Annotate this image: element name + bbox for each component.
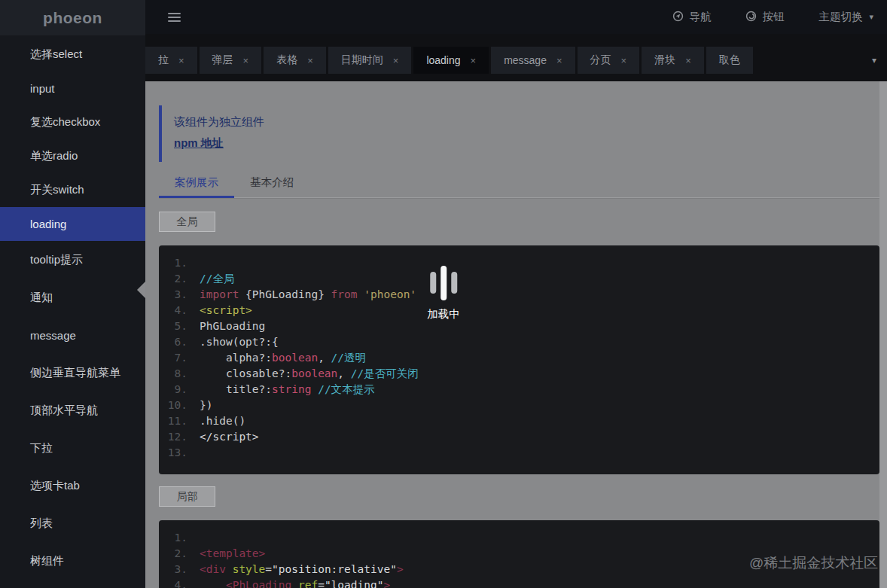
open-tab-label: 弹层 bbox=[212, 53, 233, 67]
code-block-global: 1.2.//全局3.import {PhGLoading} from 'phoe… bbox=[159, 245, 879, 474]
sidebar-item-8[interactable]: message bbox=[0, 316, 145, 354]
line-number: 9. bbox=[159, 382, 200, 398]
sidebar-item-label: 顶部水平导航 bbox=[30, 404, 98, 418]
loading-overlay: 加载中 bbox=[427, 265, 460, 321]
open-tab-3[interactable]: 日期时间× bbox=[328, 47, 412, 74]
sidebar-item-9[interactable]: 侧边垂直导航菜单 bbox=[0, 354, 145, 391]
sidebar-item-7[interactable]: 通知 bbox=[0, 279, 145, 316]
sidebar-item-1[interactable]: input bbox=[0, 72, 145, 105]
sidebar-item-0[interactable]: 选择select bbox=[0, 38, 145, 72]
sidebar-item-13[interactable]: 列表 bbox=[0, 504, 145, 542]
code-line: 1. bbox=[159, 255, 879, 271]
code-line: 9. title?:string //文本提示 bbox=[159, 382, 879, 398]
open-tab-5[interactable]: message× bbox=[491, 47, 575, 74]
sidebar-item-label: 选项卡tab bbox=[30, 479, 80, 493]
line-number: 3. bbox=[159, 287, 200, 303]
tab-demo-showcase[interactable]: 案例展示 bbox=[159, 175, 234, 197]
open-tab-label: 拉 bbox=[158, 53, 169, 67]
sidebar-item-14[interactable]: 树组件 bbox=[0, 542, 145, 580]
npm-link[interactable]: npm 地址 bbox=[174, 136, 224, 151]
loading-text: 加载中 bbox=[427, 307, 460, 321]
open-tab-0[interactable]: 拉× bbox=[145, 47, 197, 74]
close-icon[interactable]: × bbox=[307, 56, 313, 66]
sidebar-item-label: 树组件 bbox=[30, 554, 64, 568]
sidebar-collapse-handle[interactable] bbox=[137, 282, 145, 298]
line-number: 12. bbox=[159, 429, 200, 445]
theme-switcher[interactable]: 主题切换 ▾ bbox=[818, 10, 873, 24]
sidebar-item-3[interactable]: 单选radio bbox=[0, 139, 145, 173]
code-line: 10.}) bbox=[159, 398, 879, 413]
top-navbar: 导航 按钮 主题切换 ▾ bbox=[145, 0, 887, 34]
nav-action-label: 导航 bbox=[689, 10, 711, 24]
open-tab-2[interactable]: 表格× bbox=[264, 47, 326, 74]
open-tab-label: 滑块 bbox=[654, 53, 675, 67]
button-icon bbox=[745, 11, 757, 24]
sidebar: phoeon 选择selectinput复选checkbox单选radio开关s… bbox=[0, 0, 145, 588]
sidebar-item-2[interactable]: 复选checkbox bbox=[0, 105, 145, 139]
global-loading-button[interactable]: 全局 bbox=[159, 212, 215, 232]
line-number: 1. bbox=[159, 530, 200, 546]
open-tabs-strip: 拉×弹层×表格×日期时间×loading×message×分页×滑块×取色 ▾ bbox=[145, 34, 887, 81]
close-icon[interactable]: × bbox=[178, 56, 184, 66]
code-line: 6..show(opt?:{ bbox=[159, 334, 879, 350]
code-line: 3.import {PhGLoading} from 'phoeon' bbox=[159, 287, 879, 303]
line-number: 2. bbox=[159, 271, 200, 287]
app-window: phoeon 选择selectinput复选checkbox单选radio开关s… bbox=[0, 0, 887, 588]
close-icon[interactable]: × bbox=[243, 56, 249, 66]
local-loading-button[interactable]: 局部 bbox=[159, 486, 215, 507]
sidebar-item-label: 复选checkbox bbox=[30, 115, 100, 129]
tabs-overflow-button[interactable]: ▾ bbox=[861, 34, 887, 74]
close-icon[interactable]: × bbox=[556, 56, 562, 66]
navbar-actions: 导航 按钮 主题切换 ▾ bbox=[672, 10, 873, 24]
sidebar-item-11[interactable]: 下拉 bbox=[0, 429, 145, 467]
sidebar-item-10[interactable]: 顶部水平导航 bbox=[0, 391, 145, 429]
line-number: 3. bbox=[159, 562, 200, 577]
theme-switcher-label: 主题切换 bbox=[818, 10, 862, 24]
code-line: 5.PhGLoading bbox=[159, 318, 879, 334]
sidebar-item-label: 侧边垂直导航菜单 bbox=[30, 366, 120, 380]
line-number: 11. bbox=[159, 413, 200, 429]
close-icon[interactable]: × bbox=[685, 56, 691, 66]
line-number: 4. bbox=[159, 303, 200, 318]
close-icon[interactable]: × bbox=[393, 56, 399, 66]
sidebar-item-12[interactable]: 选项卡tab bbox=[0, 467, 145, 504]
code-line: 13. bbox=[159, 445, 879, 461]
line-number: 10. bbox=[159, 398, 200, 413]
line-number: 7. bbox=[159, 350, 200, 366]
open-tab-7[interactable]: 滑块× bbox=[642, 47, 704, 74]
nav-action-navigation[interactable]: 导航 bbox=[672, 10, 711, 24]
demo-tabs: 案例展示 基本介绍 bbox=[159, 175, 879, 198]
close-icon[interactable]: × bbox=[621, 56, 627, 66]
open-tab-1[interactable]: 弹层× bbox=[200, 47, 262, 74]
watermark: @稀土掘金技术社区 bbox=[749, 553, 878, 573]
navigation-icon bbox=[672, 11, 684, 24]
sidebar-item-label: loading bbox=[30, 218, 66, 230]
open-tab-8[interactable]: 取色 bbox=[706, 47, 753, 74]
sidebar-item-label: 通知 bbox=[30, 291, 53, 305]
sidebar-item-6[interactable]: tooltip提示 bbox=[0, 241, 145, 279]
sidebar-item-label: tooltip提示 bbox=[30, 253, 83, 267]
open-tab-label: 取色 bbox=[719, 53, 740, 67]
sidebar-item-label: 开关switch bbox=[30, 183, 84, 197]
notice-text: 该组件为独立组件 bbox=[174, 115, 867, 129]
sidebar-item-4[interactable]: 开关switch bbox=[0, 173, 145, 207]
vertical-scrollbar[interactable] bbox=[879, 81, 887, 588]
nav-action-button[interactable]: 按钮 bbox=[745, 10, 784, 24]
tabs-scroll-area: 拉×弹层×表格×日期时间×loading×message×分页×滑块×取色 bbox=[145, 34, 861, 81]
open-tab-6[interactable]: 分页× bbox=[578, 47, 640, 74]
code-line: 2.//全局 bbox=[159, 271, 879, 287]
line-number: 8. bbox=[159, 366, 200, 382]
sidebar-item-5[interactable]: loading bbox=[0, 207, 145, 241]
sidebar-item-label: 单选radio bbox=[30, 149, 78, 163]
chevron-down-icon: ▾ bbox=[869, 12, 873, 22]
line-number: 2. bbox=[159, 546, 200, 562]
hamburger-menu-icon[interactable] bbox=[168, 11, 181, 24]
code-line: 4. <PhLoading ref="loading"> bbox=[159, 577, 879, 588]
tab-basic-intro[interactable]: 基本介绍 bbox=[234, 175, 309, 197]
open-tab-4[interactable]: loading× bbox=[413, 47, 489, 74]
notice-box: 该组件为独立组件 npm 地址 bbox=[159, 105, 879, 162]
code-line: 1. bbox=[159, 530, 879, 546]
line-number: 4. bbox=[159, 577, 200, 588]
close-icon[interactable]: × bbox=[471, 56, 477, 66]
sidebar-item-label: message bbox=[30, 329, 76, 342]
